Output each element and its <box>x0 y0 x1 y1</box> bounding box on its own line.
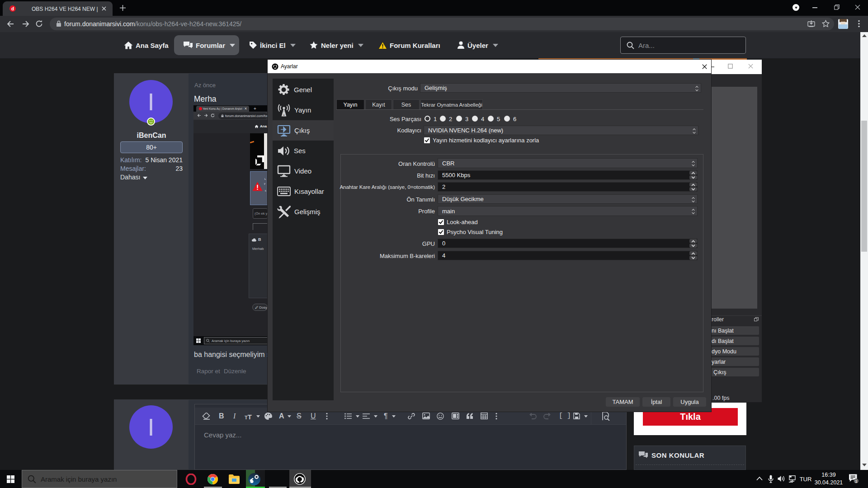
svg-text:A: A <box>282 111 286 116</box>
svg-text:1: 1 <box>855 479 857 483</box>
svg-text:d: d <box>11 6 14 11</box>
